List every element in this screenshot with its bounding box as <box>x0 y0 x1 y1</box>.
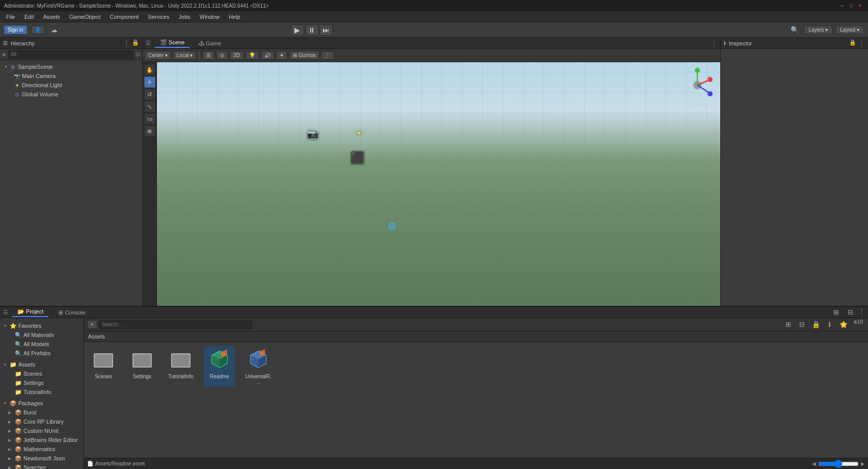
local-dropdown[interactable]: Local ▾ <box>173 51 197 60</box>
tab-scene[interactable]: 🎬 Scene <box>155 38 189 48</box>
tool-move[interactable]: ✛ <box>144 76 155 88</box>
minimize-button[interactable]: ─ <box>838 2 846 9</box>
path-controls: ◀ ▶ <box>812 460 865 468</box>
bottom-tool1[interactable]: ⊞ <box>830 307 842 318</box>
tool-transform[interactable]: ⊕ <box>144 125 155 137</box>
proj-all-materials[interactable]: 🔍 All Materials <box>0 330 84 340</box>
menu-jobs[interactable]: Jobs <box>175 13 195 21</box>
step-button[interactable]: ⏭ <box>319 24 333 36</box>
hierarchy-filter-button[interactable]: ⊙ <box>135 51 140 58</box>
proj-custom-nunit[interactable]: ▶ 📦 Custom NUnit <box>0 426 84 435</box>
proj-burst[interactable]: ▶ 📦 Burst <box>0 408 84 417</box>
maximize-button[interactable]: □ <box>848 2 855 9</box>
inspector-title: Inspector <box>729 40 752 46</box>
tab-console[interactable]: 🖥 Console <box>52 308 90 317</box>
search-button[interactable]: 🔍 <box>789 24 801 36</box>
menu-gameobject[interactable]: GameObject <box>65 13 105 21</box>
menu-component[interactable]: Component <box>105 13 143 21</box>
proj-tutorialinfo[interactable]: 📁 TutorialInfo <box>0 387 84 397</box>
scene-audio[interactable]: 🔊 <box>261 51 274 60</box>
project-lock[interactable]: 🔒 <box>810 319 822 330</box>
sign-in-button[interactable]: Sign in <box>4 25 27 34</box>
scene-lighting[interactable]: 💡 <box>246 51 259 60</box>
bottom-drag-icon: ☰ <box>3 309 8 316</box>
play-button[interactable]: ▶ <box>291 24 304 36</box>
materials-icon: 🔍 <box>15 332 22 338</box>
inspector-menu-button[interactable]: ⋮ <box>858 39 865 47</box>
tool-rotate[interactable]: ↺ <box>144 89 155 100</box>
mathematics-label: Mathematics <box>23 446 55 452</box>
proj-newtonsoft[interactable]: ▶ 📦 Newtonsoft Json <box>0 454 84 463</box>
collab-icon[interactable]: ☁ <box>48 24 61 36</box>
bottom-tool2[interactable]: ⊟ <box>844 307 856 318</box>
proj-mathematics[interactable]: ▶ 📦 Mathematics <box>0 445 84 454</box>
scene-menu-button[interactable]: ⋮ <box>711 39 717 47</box>
proj-core-rp[interactable]: ▶ 📦 Core RP Library <box>0 417 84 426</box>
tab-game[interactable]: 🕹 Game <box>194 39 226 47</box>
center-dropdown[interactable]: Center ▾ <box>145 51 171 60</box>
tree-sample-scene[interactable]: ▼ ⊙ SampleScene <box>0 62 142 71</box>
menu-window[interactable]: Window <box>196 13 224 21</box>
menu-edit[interactable]: Edit <box>20 13 38 21</box>
hierarchy-lock-button[interactable]: 🔒 <box>132 39 139 47</box>
burst-arrow: ▶ <box>8 410 13 415</box>
scene-2d[interactable]: 2D <box>230 51 243 60</box>
asset-tutorialinfo[interactable]: TutorialInfo <box>166 346 196 387</box>
menu-file[interactable]: File <box>2 13 19 21</box>
scene-gizmos[interactable]: ⊞ Gizmos <box>289 51 319 60</box>
assets-header[interactable]: ▼ 📁 Assets <box>0 360 84 369</box>
account-button[interactable]: 👤 <box>31 25 44 34</box>
favorites-header[interactable]: ▼ ⭐ Favorites <box>0 321 84 330</box>
layout-dropdown[interactable]: Layout ▾ <box>835 25 864 34</box>
project-view1[interactable]: ⊞ <box>782 319 795 330</box>
project-content: Scenes Settings <box>84 342 868 458</box>
scene-viewport[interactable]: ✋ ✛ ↺ ⤡ ▭ ⊕ 📷 ✶ ⬛ <box>143 62 720 306</box>
size-slider[interactable] <box>818 460 859 468</box>
project-search[interactable] <box>99 321 252 329</box>
proj-all-models[interactable]: 🔍 All Models <box>0 340 84 349</box>
hierarchy-search[interactable] <box>8 50 133 59</box>
project-count: ⊕18 <box>851 319 865 330</box>
menu-assets[interactable]: Assets <box>39 13 64 21</box>
project-info[interactable]: ℹ <box>824 319 836 330</box>
nunit-icon: 📦 <box>15 428 22 434</box>
proj-searcher[interactable]: ▶ 📦 Searcher <box>0 463 84 469</box>
global-volume-label: Global Volume <box>22 91 59 97</box>
scene-effects[interactable]: ✦ <box>276 51 287 60</box>
project-favorite[interactable]: ⭐ <box>837 319 850 330</box>
asset-universal-r[interactable]: UniversalR... <box>243 346 274 387</box>
bottom-menu-button[interactable]: ⋮ <box>858 307 865 318</box>
core-rp-icon: 📦 <box>15 419 22 425</box>
inspector-lock-button[interactable]: 🔒 <box>849 39 856 47</box>
scene-view-options[interactable]: ☰ <box>203 51 214 60</box>
add-hierarchy-button[interactable]: + <box>2 50 6 59</box>
inspector-controls: 🔒 ⋮ <box>849 39 865 47</box>
newtonsoft-arrow: ▶ <box>8 456 13 461</box>
tool-scale[interactable]: ⤡ <box>144 101 155 112</box>
project-add-button[interactable]: + <box>87 320 97 329</box>
tree-global-volume[interactable]: ⊙ Global Volume <box>0 90 142 99</box>
top-toolbar: Sign in 👤 ☁ ▶ ⏸ ⏭ 🔍 Layers ▾ Layout ▾ <box>0 22 868 38</box>
close-button[interactable]: ✕ <box>857 2 864 9</box>
pause-button[interactable]: ⏸ <box>305 24 318 36</box>
menu-services[interactable]: Services <box>144 13 173 21</box>
proj-settings[interactable]: 📁 Settings <box>0 378 84 387</box>
asset-readme[interactable]: Readme <box>204 346 235 387</box>
packages-header[interactable]: ▼ 📦 Packages <box>0 399 84 408</box>
layers-dropdown[interactable]: Layers ▾ <box>804 25 832 34</box>
tool-hand[interactable]: ✋ <box>144 64 155 75</box>
proj-scenes[interactable]: 📁 Scenes <box>0 369 84 378</box>
tab-project[interactable]: 📂 Project <box>12 307 48 317</box>
scene-shading[interactable]: ⊙ <box>216 51 228 60</box>
menu-help[interactable]: Help <box>225 13 245 21</box>
tool-rect[interactable]: ▭ <box>144 113 155 124</box>
hierarchy-menu-button[interactable]: ⋮ <box>123 39 130 47</box>
project-view2[interactable]: ⊟ <box>796 319 808 330</box>
asset-scenes[interactable]: Scenes <box>88 346 119 387</box>
asset-settings[interactable]: Settings <box>127 346 157 387</box>
proj-rider[interactable]: ▶ 📦 JetBrains Rider Editor <box>0 435 84 445</box>
proj-all-prefabs[interactable]: 🔍 All Prefabs <box>0 349 84 358</box>
tree-main-camera[interactable]: 📷 Main Camera <box>0 71 142 81</box>
tree-directional-light[interactable]: ☀ Directional Light <box>0 81 142 90</box>
scene-more[interactable]: ⋮ <box>321 51 334 60</box>
